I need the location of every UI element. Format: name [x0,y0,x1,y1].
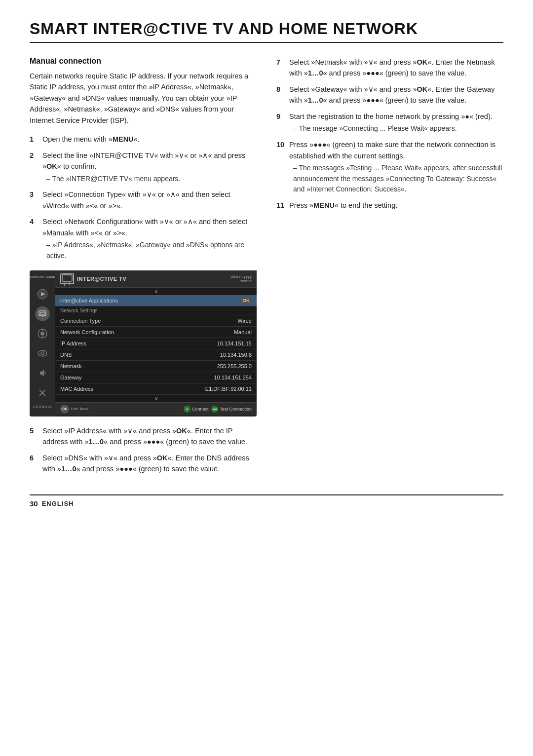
tv-value-mac: E1:DF:BF:92:00:11 [205,386,252,392]
tv-main-panel: INTER@CTIVE TV dd.mm.yyyy hh:mm ∧ inter@… [55,270,257,416]
tv-value-connection-type: Wired [237,318,252,324]
steps-list-bottom: 5 Select »IP Address« with »∨« and press… [30,425,257,475]
tv-footer: OK Exit Back ● Connect ●● Test Connectio… [55,402,257,416]
step-8: 8 Select »Gateway« with »∨« and press »O… [276,84,503,106]
steps-list-left: 1 Open the menu with »MENU«. 2 Select th… [30,134,257,261]
step-body-5: Select »IP Address« with »∨« and press »… [42,425,257,448]
step-body-7: Select »Netmask« with »∨« and press »OK«… [289,57,503,79]
tv-header: INTER@CTIVE TV dd.mm.yyyy hh:mm [55,270,257,288]
step-7: 7 Select »Netmask« with »∨« and press »O… [276,57,503,79]
step-num-8: 8 [276,84,285,106]
test-label: Test Connection [220,407,252,412]
grundig-label: GRUNDIG [33,405,52,409]
step-num-2: 2 [30,150,38,185]
tv-nav-down: ∨ [55,395,257,402]
step-4-note: – »IP Address«, »Netmask«, »Gateway« and… [42,240,257,261]
tv-row-netmask: Netmask 255.255.255.0 [55,361,257,372]
sidebar-icon-network [35,306,50,321]
tv-label-ip: IP Address [60,340,86,346]
footer-back-label: Back [79,407,88,411]
step-11: 11 Press »MENU« to end the setting. [276,200,503,211]
step-1: 1 Open the menu with »MENU«. [30,134,257,145]
step-num-10: 10 [276,139,285,195]
intro-paragraph: Certain networks require Static IP addre… [30,71,257,126]
step-9: 9 Start the registration to the home net… [276,111,503,134]
tv-value-ip: 10.134.151.15 [217,340,252,346]
svg-point-9 [38,350,47,356]
connect-label: Connect [192,407,209,412]
tv-label-mac: MAC Address [60,386,93,392]
step-10: 10 Press »●●●« (green) to make sure that… [276,139,503,195]
tv-label-netmask: Netmask [60,363,81,369]
step-num-11: 11 [276,200,285,211]
page-number: 30 [30,499,38,508]
tv-icon-text: INTER@CTIVE TV [60,273,126,284]
comfort-guide-label: COMFORT GUIDE [30,275,55,279]
tv-row-mac: MAC Address E1:DF:BF:92:00:11 [55,383,257,395]
step-5: 5 Select »IP Address« with »∨« and press… [30,425,257,448]
svg-point-10 [41,352,44,355]
tv-row-ip-address: IP Address 10.134.151.15 [55,338,257,349]
footer-connect-btn: ● Connect [184,406,209,413]
tv-main-title: INTER@CTIVE TV [77,276,126,282]
green-dot-test: ●● [211,406,218,413]
tv-row-network-config: Network Configuration Manual [55,327,257,338]
step-4: 4 Select »Network Configuration« with »∨… [30,216,257,261]
tv-label-connection-type: Connection Type [60,318,101,324]
green-dot-connect: ● [184,406,190,413]
tv-row-connection-type: Connection Type Wired [55,315,257,327]
tv-row-interactive-apps: inter@ctive Applications OK [55,295,257,306]
page-title: SMART INTER@CTIVE TV AND HOME NETWORK [30,20,503,43]
step-body-6: Select »DNS« with »∨« and press »OK«. En… [42,453,257,475]
sidebar-icon-eye [35,346,50,361]
step-num-9: 9 [276,111,285,134]
tv-label-gateway: Gateway [60,375,81,380]
step-num-6: 6 [30,453,38,475]
steps-list-right: 7 Select »Netmask« with »∨« and press »O… [276,57,503,211]
step-num-1: 1 [30,134,38,145]
step-body-10: Press »●●●« (green) to make sure that th… [289,139,503,195]
footer-exit-label: Exit [71,407,77,411]
step-body-3: Select »Connection Type« with »∨« or »∧«… [42,189,257,211]
step-body-4: Select »Network Configuration« with »∨« … [42,216,257,261]
tv-label-network-config: Network Configuration [60,329,114,335]
step-num-7: 7 [276,57,285,79]
tv-ok-badge: OK [240,298,252,303]
tv-row-label-apps: inter@ctive Applications [60,298,118,303]
step-body-8: Select »Gateway« with »∨« and press »OK«… [289,84,503,106]
tv-screen-wrapper: COMFORT GUIDE [30,270,257,416]
svg-rect-2 [39,311,46,316]
tv-brand-icon [60,273,74,284]
section-title: Manual connection [30,57,257,66]
step-body-9: Start the registration to the home netwo… [289,111,503,134]
tv-footer-nav: OK Exit Back [60,405,88,414]
tv-value-network-config: Manual [234,329,252,335]
page-footer: 30 ENGLISH [30,494,503,508]
tv-row-dns: DNS 10.134.150.8 [55,349,257,361]
step-body-2: Select the line »INTER@CTIVE TV« with »∨… [42,150,257,185]
step-num-5: 5 [30,425,38,448]
step-6: 6 Select »DNS« with »∨« and press »OK«. … [30,453,257,475]
step-10-note: – The messages »Testing ... Please Wait«… [289,163,503,195]
step-num-3: 3 [30,189,38,211]
step-body-11: Press »MENU« to end the setting. [289,200,503,211]
svg-point-6 [40,332,44,336]
svg-rect-13 [62,275,72,281]
tv-label-dns: DNS [60,352,72,358]
tv-row-gateway: Gateway 10.134.151.254 [55,372,257,383]
step-body-1: Open the menu with »MENU«. [42,134,257,145]
tv-value-netmask: 255.255.255.0 [217,363,252,369]
sidebar-icon-media [35,287,50,302]
language-label: ENGLISH [42,500,74,507]
footer-test-btn: ●● Test Connection [211,406,252,413]
tv-section-label-network: Network Settings [60,308,98,313]
tv-value-dns: 10.134.150.8 [220,352,252,358]
step-num-4: 4 [30,216,38,261]
tv-time: dd.mm.yyyy hh:mm [230,274,252,283]
svg-rect-3 [40,312,44,314]
nav-ok-button: OK [60,405,69,414]
sidebar-icon-sound [35,366,50,380]
step-2: 2 Select the line »INTER@CTIVE TV« with … [30,150,257,185]
step-2-note: – The »INTER@CTIVE TV« menu appears. [42,174,257,185]
tv-sidebar: COMFORT GUIDE [30,270,55,416]
